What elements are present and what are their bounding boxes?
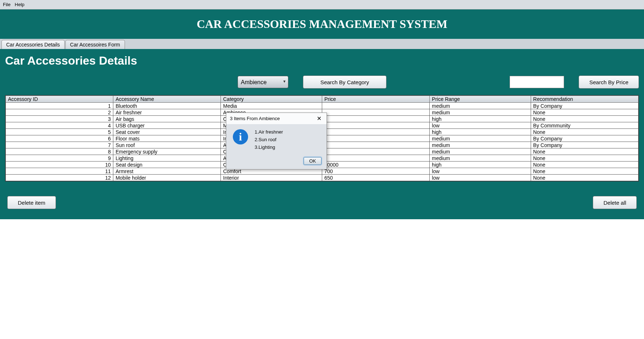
cell-price (322, 122, 429, 129)
info-icon: i (233, 129, 248, 144)
cell-range: medium (430, 155, 531, 162)
table-header-row: Accessory ID Accessory Name Category Pri… (6, 96, 639, 103)
page-title: Car Accessories Details (5, 54, 639, 68)
cell-price (322, 109, 429, 116)
cell-range: medium (430, 142, 531, 148)
cell-name: Seat design (113, 162, 221, 168)
cell-range: high (430, 162, 531, 168)
cell-id: 8 (6, 148, 113, 155)
table-row[interactable]: 1BluetoothMediamediumBy Company (6, 103, 639, 109)
cell-name: Bluetooth (113, 103, 221, 109)
cell-name: Armrest (113, 168, 221, 175)
cell-rec: None (531, 129, 638, 135)
cell-range: low (430, 168, 531, 175)
dialog-item: 3.Lighting (255, 144, 283, 150)
tab-details[interactable]: Car Accessories Details (1, 40, 65, 49)
cell-id: 4 (6, 122, 113, 129)
cell-id: 7 (6, 142, 113, 148)
col-category[interactable]: Category (221, 96, 322, 103)
cell-price (322, 142, 429, 148)
search-bar: Ambience Search By Category Search By Pr… (5, 74, 639, 95)
cell-range: medium (430, 148, 531, 155)
cell-name: Floor mats (113, 135, 221, 142)
cell-id: 6 (6, 135, 113, 142)
cell-rec: By Company (531, 103, 638, 109)
cell-price: 700 (322, 168, 429, 175)
dialog-titlebar: 3 Items From Ambience ✕ (226, 113, 327, 124)
cell-range: low (430, 175, 531, 181)
search-by-price-button[interactable]: Search By Price (579, 75, 639, 89)
cell-price (322, 155, 429, 162)
cell-rec: By Company (531, 135, 638, 142)
menu-help[interactable]: Help (15, 2, 25, 7)
cell-id: 9 (6, 155, 113, 162)
cell-range: low (430, 122, 531, 129)
cell-id: 12 (6, 175, 113, 181)
cell-price: 650 (322, 175, 429, 181)
tabbar: Car Accessories Details Car Accessoires … (0, 39, 644, 49)
cell-name: Lighting (113, 155, 221, 162)
ok-button[interactable]: OK (304, 157, 321, 165)
cell-id: 2 (6, 109, 113, 116)
cell-category: Interior (221, 175, 322, 181)
cell-rec: None (531, 148, 638, 155)
col-rec[interactable]: Recommendation (531, 96, 638, 103)
cell-price: 10000 (322, 162, 429, 168)
category-dropdown[interactable]: Ambience (238, 76, 288, 88)
delete-item-button[interactable]: Delete item (7, 196, 56, 209)
cell-range: medium (430, 135, 531, 142)
cell-id: 1 (6, 103, 113, 109)
dialog-body: i 1.Air freshner 2.Sun roof 3.Lighting (226, 124, 327, 155)
cell-id: 11 (6, 168, 113, 175)
category-select[interactable]: Ambience (238, 76, 288, 88)
cell-range: medium (430, 103, 531, 109)
dialog-footer: OK (226, 155, 327, 169)
dialog-item-list: 1.Air freshner 2.Sun roof 3.Lighting (255, 129, 283, 152)
info-dialog: 3 Items From Ambience ✕ i 1.Air freshner… (226, 113, 327, 170)
delete-all-button[interactable]: Delete all (593, 196, 637, 209)
cell-rec: None (531, 116, 638, 122)
cell-price (322, 129, 429, 135)
menubar: File Help (0, 0, 644, 9)
cell-rec: None (531, 168, 638, 175)
app-header: CAR ACCESSORIES MANAGEMENT SYSTEM (0, 9, 644, 39)
cell-category: Media (221, 103, 322, 109)
cell-name: Air bags (113, 116, 221, 122)
dialog-item: 2.Sun roof (255, 137, 283, 142)
cell-rec: By Commmunity (531, 122, 638, 129)
cell-id: 10 (6, 162, 113, 168)
col-name[interactable]: Accessory Name (113, 96, 221, 103)
cell-name: Sun roof (113, 142, 221, 148)
cell-rec: By Company (531, 142, 638, 148)
cell-price (322, 135, 429, 142)
cell-rec: None (531, 162, 638, 168)
price-input[interactable] (510, 76, 564, 88)
cell-name: Air freshner (113, 109, 221, 116)
cell-name: Seat cover (113, 129, 221, 135)
cell-range: high (430, 129, 531, 135)
cell-rec: None (531, 175, 638, 181)
cell-range: medium (430, 109, 531, 116)
app-title: CAR ACCESSORIES MANAGEMENT SYSTEM (197, 17, 447, 30)
footer: Delete item Delete all (0, 181, 644, 219)
col-price[interactable]: Price (322, 96, 429, 103)
search-by-category-button[interactable]: Search By Category (303, 75, 386, 89)
col-id[interactable]: Accessory ID (6, 96, 113, 103)
close-icon[interactable]: ✕ (315, 115, 323, 122)
cell-id: 5 (6, 129, 113, 135)
table-row[interactable]: 12Mobile holderInterior650lowNone (6, 175, 639, 181)
cell-name: Mobile holder (113, 175, 221, 181)
col-range[interactable]: Price Range (430, 96, 531, 103)
cell-range: high (430, 116, 531, 122)
dialog-item: 1.Air freshner (255, 129, 283, 135)
tab-form[interactable]: Car Accessoires Form (65, 40, 125, 49)
dialog-title-text: 3 Items From Ambience (230, 116, 280, 121)
cell-name: Emergency supply (113, 148, 221, 155)
cell-price (322, 103, 429, 109)
menu-file[interactable]: File (3, 2, 11, 7)
cell-id: 3 (6, 116, 113, 122)
cell-rec: None (531, 155, 638, 162)
cell-price (322, 116, 429, 122)
cell-rec: None (531, 109, 638, 116)
cell-name: USB charger (113, 122, 221, 129)
